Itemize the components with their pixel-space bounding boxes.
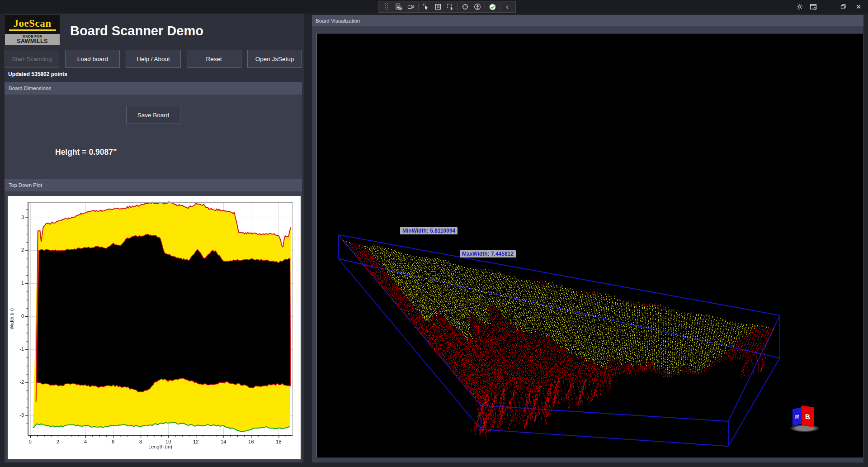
load-board-button[interactable]: Load board bbox=[65, 50, 120, 68]
board-dimensions-body: Save Board Height = 0.9087" MinWidth = 5… bbox=[5, 95, 302, 179]
page-title: Board Scanner Demo bbox=[70, 24, 203, 38]
cube-face-right[interactable]: B bbox=[802, 405, 814, 427]
minwidth-annotation: MinWidth: 5.8110094 bbox=[400, 227, 458, 234]
toolbar-separator bbox=[418, 3, 419, 10]
top-down-plot-group: Top Down Plot bbox=[5, 179, 302, 462]
accessibility-checker-icon[interactable] bbox=[472, 2, 482, 12]
board-visualization-viewport[interactable]: MinWidth: 5.8110094 MaxWidth: 7.445812 R… bbox=[316, 33, 863, 457]
app-window: ‹ ─ × bbox=[0, 0, 868, 467]
collapse-chevron-icon[interactable]: ‹ bbox=[502, 2, 512, 12]
toolbar-separator bbox=[500, 3, 500, 10]
cube-right-letter: B bbox=[805, 412, 810, 421]
status-updated-points: Updated 535802 points bbox=[8, 71, 67, 77]
reset-button[interactable]: Reset bbox=[187, 50, 241, 68]
layout-adorners-icon[interactable] bbox=[433, 2, 443, 12]
joescan-logo: JoeScan MADE FOR SAWMILLS bbox=[5, 14, 60, 45]
camera-icon[interactable] bbox=[406, 2, 416, 12]
window-controls: ─ × bbox=[793, 0, 866, 14]
logo-underline bbox=[9, 29, 56, 31]
board-dimensions-header: Board Dimensions bbox=[5, 82, 302, 95]
minimize-button[interactable]: ─ bbox=[820, 0, 835, 14]
live-visual-tree-icon[interactable] bbox=[394, 2, 404, 12]
start-scanning-button[interactable]: Start Scanning bbox=[5, 50, 59, 68]
dim-height: Height = 0.9087" bbox=[55, 146, 144, 158]
selection-cursor-icon[interactable] bbox=[421, 2, 431, 12]
titlebar: ‹ ─ × bbox=[0, 0, 868, 14]
maximize-restore-button[interactable] bbox=[835, 0, 851, 14]
logo-tagline: MADE FOR SAWMILLS bbox=[5, 34, 60, 45]
board-dimensions-group: Board Dimensions Save Board Height = 0.9… bbox=[5, 82, 302, 179]
settings-sun-icon[interactable] bbox=[793, 0, 807, 14]
left-panel: JoeScan MADE FOR SAWMILLS Board Scanner … bbox=[5, 14, 304, 462]
cube-face-left[interactable]: R bbox=[793, 407, 802, 426]
save-board-button[interactable]: Save Board bbox=[126, 106, 180, 124]
logo-tagline-line2: SAWMILLS bbox=[17, 38, 47, 44]
top-down-plot-body bbox=[5, 191, 302, 462]
toolbar-separator bbox=[458, 3, 458, 10]
maxwidth-annotation: MaxWidth: 7.445812 bbox=[460, 250, 516, 257]
debug-toolbar: ‹ bbox=[378, 1, 516, 13]
point-cloud-canvas[interactable] bbox=[317, 33, 863, 457]
top-down-plot-canvas bbox=[8, 196, 301, 459]
open-jssetup-button[interactable]: Open JsSetup bbox=[247, 50, 302, 68]
logo-brand-text: JoeScan bbox=[14, 18, 52, 29]
toolbar-separator bbox=[485, 3, 485, 10]
top-down-plot-chart bbox=[8, 196, 301, 459]
main-button-row: Start Scanning Load board Help / About R… bbox=[5, 50, 302, 68]
cube-left-letter: R bbox=[795, 413, 799, 420]
board-visualization-group: Board Visualization MinWidth: 5.8110094 … bbox=[312, 15, 863, 462]
select-element-icon[interactable] bbox=[445, 2, 455, 12]
board-visualization-header: Board Visualization bbox=[312, 15, 863, 26]
hot-reload-check-icon[interactable] bbox=[487, 2, 497, 12]
window-settings-icon[interactable] bbox=[807, 0, 820, 14]
help-about-button[interactable]: Help / About bbox=[126, 50, 180, 68]
logo-top: JoeScan bbox=[5, 15, 60, 34]
top-down-plot-header: Top Down Plot bbox=[5, 179, 302, 191]
grip-handle-icon[interactable] bbox=[382, 2, 392, 12]
close-button[interactable]: × bbox=[851, 0, 866, 14]
focus-wheel-icon[interactable] bbox=[460, 2, 470, 12]
orientation-cube[interactable]: R B bbox=[790, 405, 825, 437]
